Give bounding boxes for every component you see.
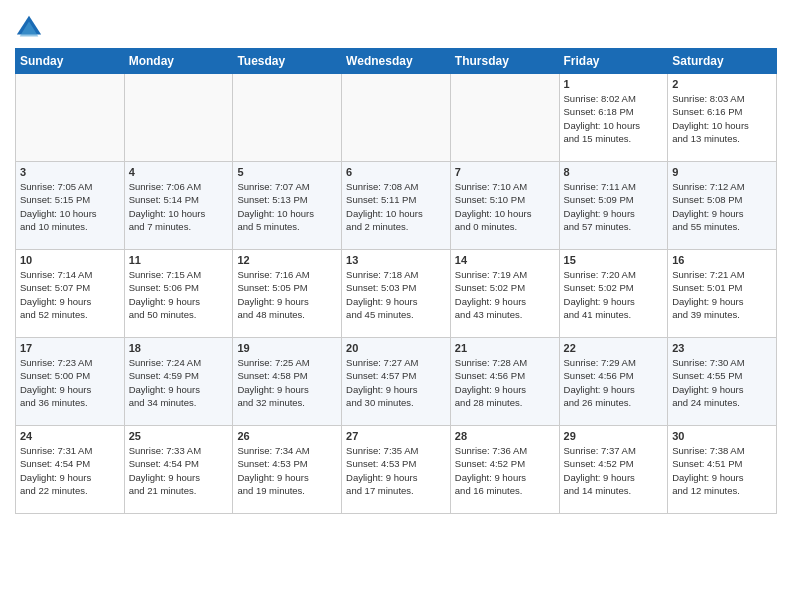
calendar-cell	[16, 74, 125, 162]
day-number: 28	[455, 430, 555, 442]
day-info: Sunrise: 7:12 AMSunset: 5:08 PMDaylight:…	[672, 180, 772, 233]
day-number: 9	[672, 166, 772, 178]
day-info: Sunrise: 7:37 AMSunset: 4:52 PMDaylight:…	[564, 444, 664, 497]
day-number: 5	[237, 166, 337, 178]
calendar-cell: 1Sunrise: 8:02 AMSunset: 6:18 PMDaylight…	[559, 74, 668, 162]
day-number: 4	[129, 166, 229, 178]
day-info: Sunrise: 7:15 AMSunset: 5:06 PMDaylight:…	[129, 268, 229, 321]
calendar-cell	[450, 74, 559, 162]
weekday-header-thursday: Thursday	[450, 49, 559, 74]
day-number: 16	[672, 254, 772, 266]
logo	[15, 14, 45, 42]
calendar-week-2: 3Sunrise: 7:05 AMSunset: 5:15 PMDaylight…	[16, 162, 777, 250]
calendar-cell: 8Sunrise: 7:11 AMSunset: 5:09 PMDaylight…	[559, 162, 668, 250]
calendar-cell: 29Sunrise: 7:37 AMSunset: 4:52 PMDayligh…	[559, 426, 668, 514]
day-number: 15	[564, 254, 664, 266]
calendar-cell: 4Sunrise: 7:06 AMSunset: 5:14 PMDaylight…	[124, 162, 233, 250]
calendar-cell: 27Sunrise: 7:35 AMSunset: 4:53 PMDayligh…	[342, 426, 451, 514]
day-info: Sunrise: 7:28 AMSunset: 4:56 PMDaylight:…	[455, 356, 555, 409]
day-info: Sunrise: 7:19 AMSunset: 5:02 PMDaylight:…	[455, 268, 555, 321]
day-number: 25	[129, 430, 229, 442]
calendar-cell: 18Sunrise: 7:24 AMSunset: 4:59 PMDayligh…	[124, 338, 233, 426]
calendar-table: SundayMondayTuesdayWednesdayThursdayFrid…	[15, 48, 777, 514]
day-number: 10	[20, 254, 120, 266]
day-number: 29	[564, 430, 664, 442]
day-number: 8	[564, 166, 664, 178]
weekday-header-tuesday: Tuesday	[233, 49, 342, 74]
day-number: 23	[672, 342, 772, 354]
day-info: Sunrise: 8:02 AMSunset: 6:18 PMDaylight:…	[564, 92, 664, 145]
day-info: Sunrise: 8:03 AMSunset: 6:16 PMDaylight:…	[672, 92, 772, 145]
day-info: Sunrise: 7:10 AMSunset: 5:10 PMDaylight:…	[455, 180, 555, 233]
day-number: 13	[346, 254, 446, 266]
weekday-header-friday: Friday	[559, 49, 668, 74]
day-info: Sunrise: 7:29 AMSunset: 4:56 PMDaylight:…	[564, 356, 664, 409]
day-number: 11	[129, 254, 229, 266]
day-info: Sunrise: 7:16 AMSunset: 5:05 PMDaylight:…	[237, 268, 337, 321]
calendar-cell: 25Sunrise: 7:33 AMSunset: 4:54 PMDayligh…	[124, 426, 233, 514]
day-info: Sunrise: 7:21 AMSunset: 5:01 PMDaylight:…	[672, 268, 772, 321]
calendar-cell: 6Sunrise: 7:08 AMSunset: 5:11 PMDaylight…	[342, 162, 451, 250]
calendar-cell: 3Sunrise: 7:05 AMSunset: 5:15 PMDaylight…	[16, 162, 125, 250]
weekday-header-monday: Monday	[124, 49, 233, 74]
calendar-cell: 2Sunrise: 8:03 AMSunset: 6:16 PMDaylight…	[668, 74, 777, 162]
calendar-cell: 23Sunrise: 7:30 AMSunset: 4:55 PMDayligh…	[668, 338, 777, 426]
calendar-cell: 12Sunrise: 7:16 AMSunset: 5:05 PMDayligh…	[233, 250, 342, 338]
calendar-cell: 28Sunrise: 7:36 AMSunset: 4:52 PMDayligh…	[450, 426, 559, 514]
day-info: Sunrise: 7:31 AMSunset: 4:54 PMDaylight:…	[20, 444, 120, 497]
day-number: 24	[20, 430, 120, 442]
calendar-week-4: 17Sunrise: 7:23 AMSunset: 5:00 PMDayligh…	[16, 338, 777, 426]
calendar-cell: 21Sunrise: 7:28 AMSunset: 4:56 PMDayligh…	[450, 338, 559, 426]
calendar-cell: 7Sunrise: 7:10 AMSunset: 5:10 PMDaylight…	[450, 162, 559, 250]
logo-icon	[15, 14, 43, 42]
day-info: Sunrise: 7:27 AMSunset: 4:57 PMDaylight:…	[346, 356, 446, 409]
calendar-cell: 11Sunrise: 7:15 AMSunset: 5:06 PMDayligh…	[124, 250, 233, 338]
day-number: 21	[455, 342, 555, 354]
calendar-cell: 16Sunrise: 7:21 AMSunset: 5:01 PMDayligh…	[668, 250, 777, 338]
day-number: 22	[564, 342, 664, 354]
day-info: Sunrise: 7:06 AMSunset: 5:14 PMDaylight:…	[129, 180, 229, 233]
weekday-header-saturday: Saturday	[668, 49, 777, 74]
calendar-body: 1Sunrise: 8:02 AMSunset: 6:18 PMDaylight…	[16, 74, 777, 514]
calendar-cell: 17Sunrise: 7:23 AMSunset: 5:00 PMDayligh…	[16, 338, 125, 426]
day-info: Sunrise: 7:07 AMSunset: 5:13 PMDaylight:…	[237, 180, 337, 233]
day-number: 7	[455, 166, 555, 178]
calendar-cell: 24Sunrise: 7:31 AMSunset: 4:54 PMDayligh…	[16, 426, 125, 514]
day-info: Sunrise: 7:38 AMSunset: 4:51 PMDaylight:…	[672, 444, 772, 497]
day-info: Sunrise: 7:11 AMSunset: 5:09 PMDaylight:…	[564, 180, 664, 233]
calendar-week-3: 10Sunrise: 7:14 AMSunset: 5:07 PMDayligh…	[16, 250, 777, 338]
calendar-cell	[124, 74, 233, 162]
day-info: Sunrise: 7:24 AMSunset: 4:59 PMDaylight:…	[129, 356, 229, 409]
day-number: 14	[455, 254, 555, 266]
day-info: Sunrise: 7:14 AMSunset: 5:07 PMDaylight:…	[20, 268, 120, 321]
calendar-week-5: 24Sunrise: 7:31 AMSunset: 4:54 PMDayligh…	[16, 426, 777, 514]
day-info: Sunrise: 7:33 AMSunset: 4:54 PMDaylight:…	[129, 444, 229, 497]
day-info: Sunrise: 7:35 AMSunset: 4:53 PMDaylight:…	[346, 444, 446, 497]
day-number: 20	[346, 342, 446, 354]
calendar-cell: 19Sunrise: 7:25 AMSunset: 4:58 PMDayligh…	[233, 338, 342, 426]
calendar-cell: 10Sunrise: 7:14 AMSunset: 5:07 PMDayligh…	[16, 250, 125, 338]
calendar-cell: 22Sunrise: 7:29 AMSunset: 4:56 PMDayligh…	[559, 338, 668, 426]
day-info: Sunrise: 7:25 AMSunset: 4:58 PMDaylight:…	[237, 356, 337, 409]
calendar-cell: 20Sunrise: 7:27 AMSunset: 4:57 PMDayligh…	[342, 338, 451, 426]
day-number: 30	[672, 430, 772, 442]
day-number: 18	[129, 342, 229, 354]
day-number: 3	[20, 166, 120, 178]
day-info: Sunrise: 7:30 AMSunset: 4:55 PMDaylight:…	[672, 356, 772, 409]
day-info: Sunrise: 7:20 AMSunset: 5:02 PMDaylight:…	[564, 268, 664, 321]
calendar-cell: 15Sunrise: 7:20 AMSunset: 5:02 PMDayligh…	[559, 250, 668, 338]
day-number: 17	[20, 342, 120, 354]
day-info: Sunrise: 7:34 AMSunset: 4:53 PMDaylight:…	[237, 444, 337, 497]
calendar-cell: 9Sunrise: 7:12 AMSunset: 5:08 PMDaylight…	[668, 162, 777, 250]
day-info: Sunrise: 7:36 AMSunset: 4:52 PMDaylight:…	[455, 444, 555, 497]
calendar-cell: 30Sunrise: 7:38 AMSunset: 4:51 PMDayligh…	[668, 426, 777, 514]
day-info: Sunrise: 7:23 AMSunset: 5:00 PMDaylight:…	[20, 356, 120, 409]
day-number: 12	[237, 254, 337, 266]
day-info: Sunrise: 7:18 AMSunset: 5:03 PMDaylight:…	[346, 268, 446, 321]
day-number: 27	[346, 430, 446, 442]
calendar-cell: 5Sunrise: 7:07 AMSunset: 5:13 PMDaylight…	[233, 162, 342, 250]
day-number: 6	[346, 166, 446, 178]
day-number: 2	[672, 78, 772, 90]
calendar-cell: 26Sunrise: 7:34 AMSunset: 4:53 PMDayligh…	[233, 426, 342, 514]
weekday-header-sunday: Sunday	[16, 49, 125, 74]
